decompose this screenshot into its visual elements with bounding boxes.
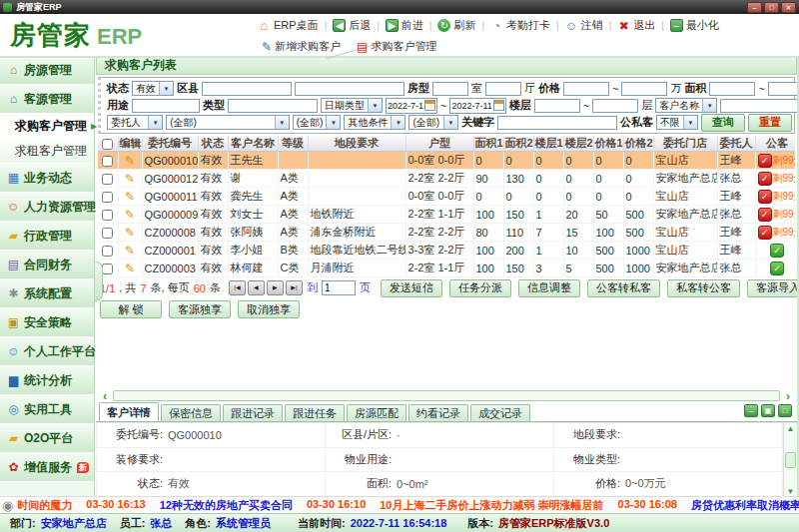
action-button-adjust-info[interactable]: 信息调整 <box>518 279 580 297</box>
row-checkbox[interactable] <box>102 174 113 185</box>
block-input[interactable] <box>295 82 404 96</box>
sidebar-item-keyuan[interactable]: ⌂客源管理 <box>0 85 94 114</box>
edit-pencil-icon[interactable]: ✎ <box>125 226 135 240</box>
usage-input[interactable] <box>132 99 200 113</box>
toolbar-forward[interactable]: ▶前进 <box>386 18 423 33</box>
close-window-icon[interactable]: ✕ <box>781 2 796 13</box>
minimize-window-icon[interactable]: – <box>747 2 762 13</box>
goto-page-input[interactable] <box>322 280 356 295</box>
sidebar-item-hetong[interactable]: ▤合同财务 <box>0 251 94 279</box>
row-checkbox[interactable] <box>102 264 113 274</box>
sidebar-item-geren[interactable]: ☺个人工作平台 <box>0 337 94 366</box>
edit-pencil-icon[interactable]: ✎ <box>125 172 135 186</box>
action-button-exclusive[interactable]: 客源独享 <box>169 300 231 318</box>
table-row[interactable]: ✎QG000012有效谢A类2-2室 2-2厅901300000安家地产总店张总… <box>98 170 795 188</box>
calendar-icon[interactable] <box>493 100 504 111</box>
other-cond-select[interactable]: 其他条件▼ <box>344 115 405 130</box>
edit-pencil-icon[interactable]: ✎ <box>125 244 135 258</box>
action-button-cancel-exclusive[interactable]: 取消独享 <box>238 300 300 318</box>
date-to-input[interactable]: 2022-7-11 <box>449 98 505 114</box>
custname-input[interactable] <box>720 99 799 113</box>
tab-secret-info[interactable]: 保密信息 <box>161 404 221 421</box>
action-button-unlock[interactable]: 解 锁 <box>100 300 162 318</box>
type-input[interactable] <box>228 99 318 113</box>
sidebar-collapse-handle[interactable] <box>95 262 103 301</box>
area-min-input[interactable] <box>709 82 755 96</box>
action-button-import-customers[interactable]: 客源导入 <box>747 279 799 297</box>
all-select-2[interactable]: (全部)▼ <box>293 115 342 130</box>
district-input[interactable] <box>202 82 292 96</box>
toolbar-attendance[interactable]: ◔考勤打卡 <box>490 18 550 33</box>
tab-visit-record[interactable]: 约看记录 <box>408 404 468 421</box>
scroll-right-icon[interactable]: › <box>782 390 794 402</box>
sidebar-item-shiyong[interactable]: ◎实用工具 <box>0 395 94 424</box>
tab-customer-detail[interactable]: 客户详情 <box>99 402 159 421</box>
pane-restore-icon[interactable]: ▣ <box>761 404 775 417</box>
sidebar-item-zengzhi[interactable]: ✿增值服务新 <box>0 453 94 482</box>
sidebar-item-anquan[interactable]: ▣安全策略 <box>0 308 94 337</box>
table-row[interactable]: ✎QG000011有效龚先生A类0-0室 0-0厅000000宝山店王峰✓剩99… <box>98 188 795 206</box>
subtoolbar-manage-buy-customer[interactable]: ▤求购客户管理 <box>357 39 436 54</box>
halls-input[interactable] <box>485 82 521 96</box>
sidebar-item-renli[interactable]: ☺人力资源管理 <box>0 193 94 222</box>
scroll-down-icon[interactable]: ▼ <box>787 487 795 496</box>
table-row[interactable]: ✎CZ000008有效张阿姨A类浦东金桥附近2-2室 2-2厅801107151… <box>98 224 795 242</box>
price-min-input[interactable] <box>563 82 609 96</box>
action-button-assign-task[interactable]: 任务分派 <box>449 279 511 297</box>
keyword-input[interactable] <box>497 116 617 130</box>
table-row[interactable]: ✎QG000009有效刘女士A类地铁附近2-2室 1-1厅10015012050… <box>98 206 795 224</box>
consignor-all-select[interactable]: (全部)▼ <box>166 115 290 130</box>
table-row[interactable]: ✎CZ000001有效李小姐B类地段靠近地铁二号线就可以3-3室 2-2厅100… <box>98 242 795 260</box>
page-first-button[interactable]: |◀ <box>229 280 246 295</box>
row-checkbox[interactable] <box>102 228 113 239</box>
sidebar-item-fangyuan[interactable]: ⌂房源管理 <box>0 56 94 85</box>
row-checkbox[interactable] <box>102 210 113 221</box>
row-checkbox[interactable] <box>102 192 113 203</box>
datetype-select[interactable]: 日期类型▼ <box>321 98 383 113</box>
pubpriv-select[interactable]: 不限▼ <box>656 115 698 130</box>
sidebar-item-quzu[interactable]: 求租客户管理 <box>0 139 94 164</box>
pane-maximize-icon[interactable]: □ <box>778 404 792 417</box>
toolbar-back[interactable]: ◀后退 <box>333 18 371 33</box>
custname-select[interactable]: 客户名称▼ <box>655 98 717 113</box>
page-last-button[interactable]: ▶| <box>286 280 303 295</box>
scroll-up-icon[interactable]: ▲ <box>787 424 795 433</box>
tab-follow-record[interactable]: 跟进记录 <box>223 404 283 421</box>
floor-max-input[interactable] <box>592 99 638 113</box>
sidebar-item-tongji[interactable]: ▆统计分析 <box>0 366 94 395</box>
sidebar-item-xingzheng[interactable]: ▰行政管理 <box>0 222 94 251</box>
price-max-input[interactable] <box>621 82 667 96</box>
toolbar-minimize[interactable]: –最小化 <box>670 18 719 33</box>
search-button[interactable]: 查询 <box>701 114 745 132</box>
action-button-private-to-public[interactable]: 私客转公客 <box>667 279 740 297</box>
toolbar-erp-desktop[interactable]: ⌂ERP桌面 <box>258 18 319 33</box>
area-max-input[interactable] <box>768 82 799 96</box>
rooms-input[interactable] <box>432 82 468 96</box>
all-select-3[interactable]: (全部)▼ <box>408 115 458 130</box>
scroll-left-icon[interactable]: ‹ <box>99 390 111 402</box>
toolbar-exit[interactable]: ✖退出 <box>617 18 655 33</box>
subtoolbar-add-buy-customer[interactable]: ✎新增求购客户 <box>262 39 341 54</box>
page-next-button[interactable]: ▶ <box>267 280 284 295</box>
status-select[interactable]: 有效▼ <box>132 81 174 96</box>
edit-pencil-icon[interactable]: ✎ <box>125 208 135 222</box>
sidebar-item-yewu[interactable]: ▦业务动态 <box>0 164 94 193</box>
row-checkbox[interactable] <box>102 156 113 167</box>
tab-deal-record[interactable]: 成交记录 <box>470 404 530 421</box>
pane-minimize-icon[interactable]: – <box>744 404 758 417</box>
maximize-window-icon[interactable]: □ <box>764 2 779 13</box>
floor-min-input[interactable] <box>534 99 580 113</box>
table-row[interactable]: ✎CZ000003有效林何建C类月浦附近2-2室 1-1厅10015035500… <box>98 260 795 277</box>
edit-pencil-icon[interactable]: ✎ <box>125 190 135 204</box>
sidebar-item-o2o[interactable]: ▰O2O平台 <box>0 424 94 453</box>
date-from-input[interactable]: 2022-7-1 <box>386 98 437 114</box>
toolbar-logout[interactable]: ☺注销 <box>565 18 603 33</box>
tab-follow-task[interactable]: 跟进任务 <box>285 404 345 421</box>
edit-pencil-icon[interactable]: ✎ <box>125 262 135 275</box>
action-button-send-sms[interactable]: 发送短信 <box>381 279 442 297</box>
tab-house-match[interactable]: 房源匹配 <box>347 404 406 421</box>
action-button-public-to-private[interactable]: 公客转私客 <box>587 279 660 297</box>
calendar-icon[interactable] <box>424 100 435 111</box>
toolbar-refresh[interactable]: ↻刷新 <box>437 18 475 33</box>
reset-button[interactable]: 重置 <box>748 114 792 132</box>
